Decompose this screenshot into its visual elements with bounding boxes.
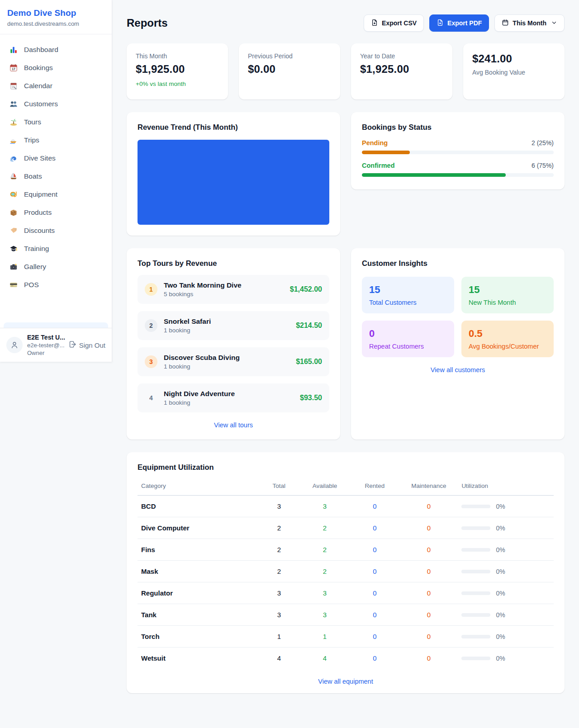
stat-value: $1,925.00 xyxy=(360,63,443,76)
trips-icon xyxy=(9,136,18,145)
equipment-category: Torch xyxy=(138,626,258,648)
equipment-maintenance: 0 xyxy=(400,496,458,517)
insight-new-this-month: 15 New This Month xyxy=(461,277,554,313)
stat-value: $0.00 xyxy=(248,63,331,76)
sidebar-item-pos[interactable]: POS xyxy=(4,276,108,294)
equipment-total: 3 xyxy=(258,604,300,626)
utilization-percent: 0% xyxy=(496,568,505,575)
equipment-rented: 0 xyxy=(350,626,399,648)
utilization-percent: 0% xyxy=(496,525,505,532)
export-pdf-button[interactable]: Export PDF xyxy=(429,14,489,32)
products-icon xyxy=(9,208,18,217)
user-name: E2E Test U... xyxy=(27,334,64,341)
table-row: Mask 2 2 0 0 0% xyxy=(138,561,554,582)
tour-revenue: $214.50 xyxy=(296,321,322,330)
equipment-total: 3 xyxy=(258,582,300,604)
utilization-bar xyxy=(461,526,490,530)
equipment-available: 2 xyxy=(300,561,350,582)
view-all-equipment-link[interactable]: View all equipment xyxy=(138,678,554,685)
sign-out-label: Sign Out xyxy=(79,341,105,349)
table-header-row: Category Total Available Rented Maintena… xyxy=(138,478,554,496)
insight-label: Repeat Customers xyxy=(369,343,447,350)
sidebar-item-reports-active-partial[interactable] xyxy=(4,322,108,328)
file-download-icon xyxy=(371,19,378,28)
stat-label: Previous Period xyxy=(248,52,331,60)
sidebar-item-training[interactable]: Training xyxy=(4,240,108,258)
sidebar-item-discounts[interactable]: Discounts xyxy=(4,222,108,240)
tour-bookings: 1 booking xyxy=(164,327,290,334)
column-header-utilization: Utilization xyxy=(458,478,554,496)
tour-list-item: 1 Two Tank Morning Dive 5 bookings $1,45… xyxy=(138,275,329,304)
sidebar-item-label: Discounts xyxy=(24,227,55,235)
view-all-tours-link[interactable]: View all tours xyxy=(138,421,329,429)
stat-value: $241.00 xyxy=(472,52,555,65)
sidebar-item-dive-sites[interactable]: Dive Sites xyxy=(4,149,108,167)
top-tours-title: Top Tours by Revenue xyxy=(138,259,329,268)
tours-icon xyxy=(9,118,18,127)
sidebar-item-customers[interactable]: Customers xyxy=(4,95,108,113)
sidebar-item-label: Boats xyxy=(24,172,42,180)
sidebar: Demo Dive Shop demo.test.divestreams.com… xyxy=(0,0,112,362)
sidebar-item-equipment[interactable]: Equipment xyxy=(4,185,108,203)
table-row: Tank 3 3 0 0 0% xyxy=(138,604,554,626)
period-selector[interactable]: This Month xyxy=(494,14,565,32)
tour-list-item: 4 Night Dive Adventure 1 booking $93.50 xyxy=(138,383,329,412)
export-csv-label: Export CSV xyxy=(382,19,417,27)
table-row: BCD 3 3 0 0 0% xyxy=(138,496,554,517)
table-row: Torch 1 1 0 0 0% xyxy=(138,626,554,648)
tour-name: Discover Scuba Diving xyxy=(164,354,290,362)
bookings-by-status-title: Bookings by Status xyxy=(362,123,554,132)
view-all-customers-link[interactable]: View all customers xyxy=(362,366,554,373)
status-count: 2 (25%) xyxy=(532,139,554,147)
insight-avg-bookings-customer: 0.5 Avg Bookings/Customer xyxy=(461,321,554,357)
equipment-rented: 0 xyxy=(350,517,399,539)
column-header-rented: Rented xyxy=(350,478,399,496)
sidebar-item-label: Products xyxy=(24,208,52,217)
insight-value: 15 xyxy=(369,284,447,296)
status-label: Confirmed xyxy=(362,162,395,169)
sidebar-item-label: Trips xyxy=(24,136,39,144)
equipment-total: 3 xyxy=(258,496,300,517)
equipment-table: Category Total Available Rented Maintena… xyxy=(138,478,554,669)
stat-card-previous-period: Previous Period $0.00 xyxy=(239,43,340,99)
equipment-available: 2 xyxy=(300,517,350,539)
sidebar-item-dashboard[interactable]: Dashboard xyxy=(4,41,108,59)
shop-domain: demo.test.divestreams.com xyxy=(7,20,104,27)
shop-name: Demo Dive Shop xyxy=(7,8,104,18)
user-email: e2e-tester@... xyxy=(27,342,64,349)
sidebar-item-calendar[interactable]: Calendar xyxy=(4,77,108,95)
sidebar-item-gallery[interactable]: Gallery xyxy=(4,258,108,276)
sidebar-item-products[interactable]: Products xyxy=(4,203,108,222)
boats-icon xyxy=(9,172,18,181)
tour-name: Two Tank Morning Dive xyxy=(164,281,284,289)
customer-insights-title: Customer Insights xyxy=(362,259,554,268)
utilization-percent: 0% xyxy=(496,611,505,619)
column-header-category: Category xyxy=(138,478,258,496)
export-csv-button[interactable]: Export CSV xyxy=(364,14,424,32)
stat-delta: +0% vs last month xyxy=(136,80,219,87)
equipment-total: 2 xyxy=(258,561,300,582)
equipment-maintenance: 0 xyxy=(400,517,458,539)
tour-bookings: 1 booking xyxy=(164,363,290,370)
app-root: Demo Dive Shop demo.test.divestreams.com… xyxy=(0,0,579,727)
bookings-by-status-card: Bookings by Status Pending 2 (25%) Confi… xyxy=(351,112,565,189)
stat-value: $1,925.00 xyxy=(136,63,219,76)
sidebar-item-label: Tours xyxy=(24,118,41,126)
equipment-rented: 0 xyxy=(350,582,399,604)
insight-label: Total Customers xyxy=(369,299,447,306)
equipment-category: Fins xyxy=(138,539,258,561)
file-download-icon xyxy=(437,19,444,28)
sidebar-item-boats[interactable]: Boats xyxy=(4,167,108,185)
utilization-bar xyxy=(461,570,490,573)
sign-out-button[interactable]: Sign Out xyxy=(69,340,105,350)
sidebar-item-bookings[interactable]: 17 Bookings xyxy=(4,59,108,77)
stat-label: This Month xyxy=(136,52,219,60)
sidebar-item-tours[interactable]: Tours xyxy=(4,113,108,131)
sidebar-item-trips[interactable]: Trips xyxy=(4,131,108,149)
rank-badge: 3 xyxy=(145,355,157,368)
sidebar-item-label: POS xyxy=(24,281,39,289)
column-header-total: Total xyxy=(258,478,300,496)
utilization-percent: 0% xyxy=(496,655,505,662)
status-progress-fill xyxy=(362,151,410,154)
equipment-rented: 0 xyxy=(350,496,399,517)
